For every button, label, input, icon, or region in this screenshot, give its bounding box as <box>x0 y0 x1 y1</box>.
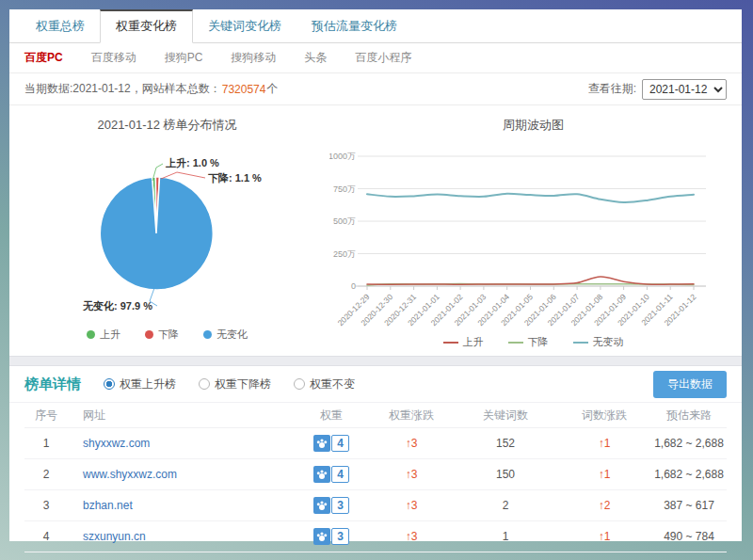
line-legend-item-2[interactable]: 无变动 <box>573 335 624 349</box>
subnav-baidu-miniprogram[interactable]: 百度小程序 <box>355 50 411 66</box>
sample-unit: 个 <box>266 81 278 97</box>
table-body: 1shyxxwz.com4↑3152↑11,682 ~ 2,6882www.sh… <box>24 428 727 552</box>
weight-badge: 3 <box>313 497 349 514</box>
up-arrow-icon: ↑1 <box>599 437 611 450</box>
tab-weight-change[interactable]: 权重变化榜 <box>100 9 193 43</box>
weight-change-cell: ↑3 <box>369 499 454 512</box>
weight-cell: 4 <box>294 466 369 483</box>
weight-value: 3 <box>331 497 349 514</box>
est-traffic-cell: 1,682 ~ 2,688 <box>651 468 727 481</box>
line-chart: 1000万750万500万250万02020-12-292020-12-3020… <box>329 136 737 331</box>
pie-legend-item-2[interactable]: 无变化 <box>203 328 248 342</box>
baidu-paw-icon <box>313 466 330 483</box>
table-header-cell: 权重 <box>294 408 369 424</box>
weight-badge: 4 <box>313 435 349 452</box>
weight-cell: 3 <box>294 528 369 545</box>
weight-cell: 3 <box>294 497 369 514</box>
keyword-change-cell: ↑1 <box>557 437 651 450</box>
subnav-baidu-mobile[interactable]: 百度移动 <box>91 50 136 66</box>
est-traffic-cell: 490 ~ 784 <box>651 530 727 543</box>
pie-legend-item-0[interactable]: 上升 <box>87 328 120 342</box>
export-data-button[interactable]: 导出数据 <box>653 371 727 398</box>
est-traffic-cell: 1,682 ~ 2,688 <box>651 437 727 450</box>
weight-change-cell: ↑3 <box>369 468 454 481</box>
table-header-cell: 网址 <box>68 408 294 424</box>
keyword-count-cell: 152 <box>454 437 557 450</box>
subnav-sogou-mobile[interactable]: 搜狗移动 <box>231 50 276 66</box>
radio-label: 权重不变 <box>310 376 355 392</box>
table-header: 序号网址权重权重涨跌关键词数词数涨跌预估来路 <box>24 403 727 428</box>
rank-cell: 3 <box>24 499 68 512</box>
pie-legend-label: 上升 <box>100 328 120 342</box>
subnav-toutiao[interactable]: 头条 <box>304 50 327 66</box>
radio-weight-up[interactable]: 权重上升榜 <box>104 376 176 392</box>
tab-weight-overall[interactable]: 权重总榜 <box>21 11 100 42</box>
subnav-sogou-pc[interactable]: 搜狗PC <box>165 50 203 66</box>
line-legend-item-0[interactable]: 上升 <box>443 335 484 349</box>
radio-dot-icon <box>104 378 115 390</box>
pie-label-0: 上升: 1.0 % <box>165 157 219 168</box>
radio-weight-down[interactable]: 权重下降榜 <box>199 376 271 392</box>
keyword-change-cell: ↑1 <box>557 530 651 543</box>
section-separator <box>9 356 742 366</box>
y-tick-label: 0 <box>351 281 356 291</box>
baidu-paw-icon <box>313 497 330 514</box>
line-legend-label: 上升 <box>463 335 484 349</box>
y-tick-label: 750万 <box>333 184 356 194</box>
weight-cell: 4 <box>294 435 369 452</box>
pie-legend-item-1[interactable]: 下降 <box>145 328 179 342</box>
up-arrow-icon: ↑2 <box>599 499 611 512</box>
table-header-cell: 词数涨跌 <box>557 408 651 424</box>
table-header-cell: 序号 <box>24 408 68 424</box>
legend-dot-icon <box>87 330 95 339</box>
keyword-change-cell: ↑1 <box>557 468 651 481</box>
up-arrow-icon: ↑1 <box>599 530 611 543</box>
table-row: 2www.shyxxwz.com4↑3150↑11,682 ~ 2,688 <box>24 459 727 490</box>
view-past-label: 查看往期: <box>588 81 636 97</box>
site-link[interactable]: bzhan.net <box>83 499 133 512</box>
radio-group: 权重上升榜权重下降榜权重不变 <box>104 376 377 392</box>
pie-legend-label: 下降 <box>158 328 179 342</box>
site-link[interactable]: szxunyun.cn <box>83 530 146 543</box>
sample-count: 7320574 <box>222 83 266 96</box>
legend-line-icon <box>508 342 523 344</box>
radio-label: 权重上升榜 <box>120 376 176 392</box>
y-tick-label: 1000万 <box>329 152 356 161</box>
table-row: 1shyxxwz.com4↑3152↑11,682 ~ 2,688 <box>24 428 727 459</box>
keyword-count-cell: 150 <box>454 468 557 481</box>
table-header-cell: 关键词数 <box>454 408 557 424</box>
url-cell: bzhan.net <box>68 499 294 512</box>
radio-weight-unchanged[interactable]: 权重不变 <box>294 376 355 392</box>
top-tabs: 权重总榜权重变化榜关键词变化榜预估流量变化榜 <box>9 9 742 43</box>
line-chart-title: 周期波动图 <box>325 117 742 136</box>
site-link[interactable]: www.shyxxwz.com <box>83 468 177 481</box>
pie-chart-section: 2021-01-12 榜单分布情况 上升: 1.0 %下降: 1.1 %无变化:… <box>9 105 325 356</box>
pie-legend: 上升下降无变化 <box>9 328 325 342</box>
pie-legend-label: 无变化 <box>216 328 248 342</box>
keyword-change-cell: ↑2 <box>557 499 651 512</box>
table-row: 3bzhan.net3↑32↑2387 ~ 617 <box>24 490 727 521</box>
tab-keyword-change[interactable]: 关键词变化榜 <box>193 11 296 42</box>
line-legend-item-1[interactable]: 下降 <box>508 335 549 349</box>
date-select[interactable]: 2021-01-12 <box>642 79 727 100</box>
radio-dot-icon <box>199 378 210 390</box>
weight-value: 4 <box>331 466 349 483</box>
baidu-paw-icon <box>313 435 330 452</box>
site-link[interactable]: shyxxwz.com <box>83 437 150 450</box>
url-cell: shyxxwz.com <box>68 437 294 450</box>
pie-label-1: 下降: 1.1 % <box>208 172 262 184</box>
rank-cell: 2 <box>24 468 68 481</box>
up-arrow-icon: ↑3 <box>406 437 418 450</box>
table-header-cell: 预估来路 <box>651 408 727 424</box>
y-tick-label: 500万 <box>333 216 356 226</box>
current-data-label: 当期数据:2021-01-12，网站样本总数： <box>24 81 221 97</box>
tab-est-traffic-change[interactable]: 预估流量变化榜 <box>296 11 412 42</box>
y-tick-label: 250万 <box>333 249 356 259</box>
up-arrow-icon: ↑3 <box>406 499 418 512</box>
rank-cell: 1 <box>24 437 68 450</box>
line-legend-label: 下降 <box>528 335 549 349</box>
weight-change-cell: ↑3 <box>369 437 454 450</box>
keyword-count-cell: 2 <box>454 499 557 512</box>
line-series-无变动 <box>367 194 694 202</box>
subnav-baidu-pc[interactable]: 百度PC <box>24 50 63 66</box>
